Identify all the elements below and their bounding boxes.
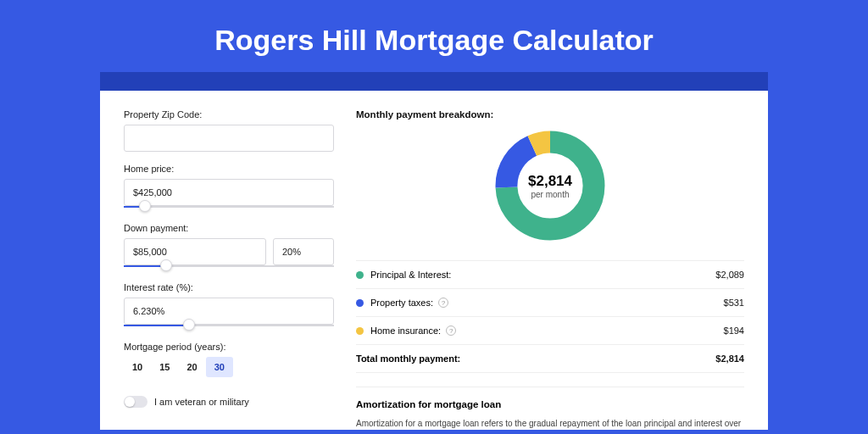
legend-row-green: Principal & Interest:$2,089 — [356, 261, 744, 289]
calculator-card: Property Zip Code: Home price: Down paym… — [100, 91, 768, 430]
zip-input[interactable] — [124, 125, 334, 152]
breakdown-title: Monthly payment breakdown: — [356, 109, 744, 120]
field-mortgage-period: Mortgage period (years): 10152030 — [124, 342, 334, 377]
amortization-section: Amortization for mortgage loan Amortizat… — [356, 387, 744, 430]
field-down-payment: Down payment: — [124, 223, 334, 270]
legend-row-total: Total monthly payment:$2,814 — [356, 345, 744, 373]
legend-row-yellow: Home insurance:?$194 — [356, 317, 744, 345]
page-title: Rogers Hill Mortgage Calculator — [0, 0, 868, 72]
results-panel: Monthly payment breakdown: $2,814 per mo… — [356, 109, 744, 430]
slider-thumb[interactable] — [160, 259, 172, 271]
card-shadow — [100, 72, 768, 91]
down-payment-slider[interactable] — [124, 262, 334, 270]
donut-chart: $2,814 per month — [492, 128, 608, 243]
legend-value: $2,089 — [715, 270, 744, 280]
period-options: 10152030 — [124, 357, 334, 377]
veteran-toggle[interactable] — [124, 396, 147, 408]
legend-row-blue: Property taxes:?$531 — [356, 289, 744, 317]
period-option-30[interactable]: 30 — [206, 357, 233, 377]
interest-rate-slider[interactable] — [124, 321, 334, 330]
field-home-price: Home price: — [124, 164, 334, 211]
home-price-slider[interactable] — [124, 203, 334, 211]
slider-thumb[interactable] — [183, 319, 195, 331]
field-interest-rate: Interest rate (%): — [124, 282, 334, 330]
legend-label: Home insurance: — [370, 326, 441, 336]
slider-thumb[interactable] — [139, 200, 151, 212]
legend-dot-yellow — [356, 327, 364, 335]
veteran-label: I am veteran or military — [154, 397, 249, 407]
label-down-payment: Down payment: — [124, 223, 334, 233]
total-value: $2,814 — [715, 353, 744, 364]
help-icon[interactable]: ? — [438, 298, 448, 308]
label-zip: Property Zip Code: — [124, 109, 334, 120]
period-option-20[interactable]: 20 — [179, 357, 206, 377]
legend: Principal & Interest:$2,089Property taxe… — [356, 260, 744, 373]
veteran-row: I am veteran or military — [124, 396, 334, 408]
inputs-panel: Property Zip Code: Home price: Down paym… — [124, 109, 334, 430]
legend-value: $194 — [724, 326, 744, 336]
label-home-price: Home price: — [124, 164, 334, 174]
label-interest-rate: Interest rate (%): — [124, 282, 334, 292]
help-icon[interactable]: ? — [446, 326, 456, 336]
label-mortgage-period: Mortgage period (years): — [124, 342, 334, 352]
total-label: Total monthly payment: — [356, 353, 460, 364]
legend-dot-green — [356, 271, 364, 279]
amortization-body: Amortization for a mortgage loan refers … — [356, 418, 744, 430]
legend-dot-blue — [356, 299, 364, 307]
donut-center-value: $2,814 — [528, 173, 572, 190]
amortization-title: Amortization for mortgage loan — [356, 399, 744, 409]
period-option-15[interactable]: 15 — [151, 357, 178, 377]
period-option-10[interactable]: 10 — [124, 357, 151, 377]
field-zip: Property Zip Code: — [124, 109, 334, 152]
donut-center-label: per month — [531, 190, 569, 199]
donut-chart-wrap: $2,814 per month — [356, 128, 744, 243]
legend-value: $531 — [724, 298, 744, 308]
legend-label: Principal & Interest: — [370, 270, 451, 280]
legend-label: Property taxes: — [370, 298, 433, 308]
